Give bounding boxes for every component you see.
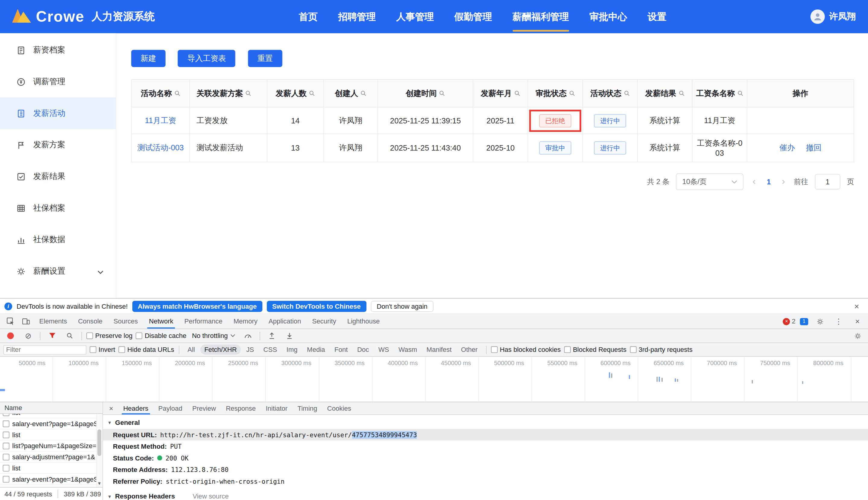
reset-button[interactable]: 重置 [248, 50, 282, 67]
request-checkbox[interactable] [3, 454, 9, 460]
activity-link[interactable]: 测试活动-003 [137, 143, 184, 152]
inspect-element-icon[interactable] [3, 316, 18, 327]
search-icon[interactable] [737, 90, 743, 96]
request-row[interactable]: list?pageNum=1&pageSize= [0, 441, 103, 452]
network-conditions-icon[interactable] [241, 330, 256, 341]
has-blocked-cookies-checkbox[interactable]: Has blocked cookies [491, 346, 561, 354]
tab-memory[interactable]: Memory [228, 314, 262, 329]
request-list-scrollbar[interactable]: ▼ [96, 414, 102, 487]
switch-devtools-chinese-button[interactable]: Switch DevTools to Chinese [267, 300, 366, 312]
search-icon[interactable] [678, 90, 684, 96]
invert-checkbox-input[interactable] [90, 346, 96, 353]
tab-elements[interactable]: Elements [34, 314, 72, 329]
request-row[interactable]: salary-event?page=1&pageS [0, 474, 103, 485]
filter-icon[interactable] [45, 330, 59, 341]
sidebar-item-payroll-result[interactable]: 发薪结果 [0, 160, 116, 192]
sidebar-item-social-data[interactable]: 社保数据 [0, 224, 116, 255]
sidebar-item-payroll-plan[interactable]: 发薪方案 [0, 129, 116, 161]
withdraw-link[interactable]: 撤回 [806, 143, 821, 152]
device-toolbar-icon[interactable] [19, 316, 33, 327]
request-row[interactable]: salary-adjustment?page=1& [0, 452, 103, 463]
request-checkbox[interactable] [3, 442, 9, 449]
name-column-header[interactable]: Name [0, 402, 103, 414]
filter-type-ws[interactable]: WS [374, 344, 393, 354]
import-payroll-button[interactable]: 导入工资表 [178, 50, 235, 67]
clear-icon[interactable]: ⊘ [21, 330, 36, 341]
page-size-select[interactable]: 10条/页 [676, 173, 744, 190]
preserve-log-checkbox-input[interactable] [86, 332, 93, 339]
search-icon[interactable] [245, 90, 251, 96]
filter-type-font[interactable]: Font [330, 344, 352, 354]
request-row[interactable]: salary-event?page=1&pageS [0, 418, 103, 429]
scrollbar-thumb[interactable] [97, 429, 101, 456]
nav-item-recruit[interactable]: 招聘管理 [338, 0, 376, 33]
network-settings-icon[interactable] [850, 330, 865, 341]
hide-data-urls-checkbox-input[interactable] [118, 346, 125, 353]
console-error-badge[interactable]: × 2 [783, 317, 796, 325]
export-har-icon[interactable] [282, 330, 297, 341]
filter-type-js[interactable]: JS [243, 344, 258, 354]
search-icon[interactable] [360, 90, 366, 96]
request-row[interactable]: list [0, 414, 103, 419]
filter-type-media[interactable]: Media [303, 344, 329, 354]
filter-type-doc[interactable]: Doc [353, 344, 373, 354]
sidebar-item-social-archive[interactable]: 社保档案 [0, 192, 116, 224]
filter-type-fetch-xhr[interactable]: Fetch/XHR [200, 344, 241, 354]
preserve-log-checkbox[interactable]: Preserve log [86, 332, 132, 340]
filter-type-css[interactable]: CSS [260, 344, 281, 354]
prev-page-button[interactable]: ‹ [750, 176, 758, 188]
detail-tab-initiator[interactable]: Initiator [261, 402, 292, 414]
response-headers-section-header[interactable]: ▼ Response Headers View source [103, 490, 868, 500]
search-icon[interactable] [439, 90, 445, 96]
tab-application[interactable]: Application [263, 314, 306, 329]
invert-checkbox[interactable]: Invert [90, 346, 115, 354]
detail-tab-timing[interactable]: Timing [292, 402, 322, 414]
search-icon[interactable] [62, 330, 77, 341]
request-url-row[interactable]: Request URL: http://hr-test.zjf-it.cn/hr… [103, 429, 868, 441]
general-section-header[interactable]: ▼ General [103, 417, 868, 429]
filter-type-img[interactable]: Img [282, 344, 301, 354]
search-icon[interactable] [174, 90, 180, 96]
close-detail-icon[interactable]: × [104, 404, 118, 412]
search-icon[interactable] [309, 90, 315, 96]
detail-tab-cookies[interactable]: Cookies [322, 402, 356, 414]
request-checkbox[interactable] [3, 465, 9, 471]
detail-tab-response[interactable]: Response [221, 402, 261, 414]
tab-sources[interactable]: Sources [108, 314, 143, 329]
disable-cache-checkbox[interactable]: Disable cache [136, 332, 187, 340]
search-icon[interactable] [514, 90, 520, 96]
always-match-language-button[interactable]: Always match HwBrowser's language [132, 300, 262, 312]
urge-link[interactable]: 催办 [779, 143, 795, 152]
sidebar-item-salary-settings[interactable]: 薪酬设置 [0, 255, 116, 287]
detail-tab-preview[interactable]: Preview [187, 402, 221, 414]
disable-cache-checkbox-input[interactable] [136, 332, 143, 339]
third-party-requests-checkbox-input[interactable] [630, 346, 636, 353]
search-icon[interactable] [623, 90, 630, 96]
hide-data-urls-checkbox[interactable]: Hide data URLs [118, 346, 174, 354]
request-checkbox[interactable] [3, 414, 9, 416]
import-har-icon[interactable] [265, 330, 279, 341]
tab-performance[interactable]: Performance [179, 314, 227, 329]
nav-item-settings[interactable]: 设置 [648, 0, 666, 33]
nav-item-home[interactable]: 首页 [299, 0, 317, 33]
filter-type-manifest[interactable]: Manifest [423, 344, 456, 354]
sidebar-item-payroll-activity[interactable]: 发薪活动 [0, 98, 116, 129]
third-party-requests-checkbox[interactable]: 3rd-party requests [630, 346, 693, 354]
next-page-button[interactable]: › [780, 176, 787, 188]
detail-tab-payload[interactable]: Payload [153, 402, 188, 414]
filter-type-all[interactable]: All [184, 344, 199, 354]
filter-type-other[interactable]: Other [457, 344, 481, 354]
goto-page-input[interactable] [815, 174, 840, 190]
blocked-requests-checkbox-input[interactable] [564, 346, 571, 353]
devtools-close-icon[interactable]: × [850, 316, 865, 327]
tab-lighthouse[interactable]: Lighthouse [342, 314, 385, 329]
request-checkbox[interactable] [3, 420, 9, 427]
scroll-down-icon[interactable]: ▼ [96, 480, 102, 487]
request-row[interactable]: list [0, 429, 103, 441]
devtools-settings-icon[interactable] [812, 316, 827, 327]
search-icon[interactable] [569, 90, 575, 96]
request-checkbox[interactable] [3, 476, 9, 482]
view-source-link[interactable]: View source [193, 492, 229, 500]
has-blocked-cookies-checkbox-input[interactable] [491, 346, 497, 353]
user-menu[interactable]: 许凤翔 [810, 9, 856, 24]
